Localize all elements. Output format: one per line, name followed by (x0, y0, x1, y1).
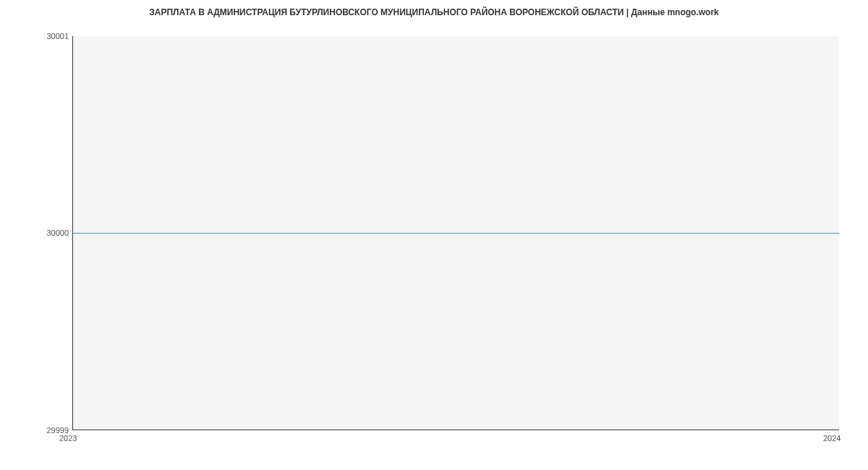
x-axis-tick: 2023 (59, 434, 77, 443)
data-line (73, 233, 839, 234)
chart-title: ЗАРПЛАТА В АДМИНИСТРАЦИЯ БУТУРЛИНОВСКОГО… (0, 7, 868, 17)
y-axis-tick: 30000 (46, 228, 69, 237)
plot-area (72, 36, 839, 430)
x-axis-tick: 2024 (823, 434, 841, 443)
y-axis-tick: 30001 (46, 32, 69, 40)
